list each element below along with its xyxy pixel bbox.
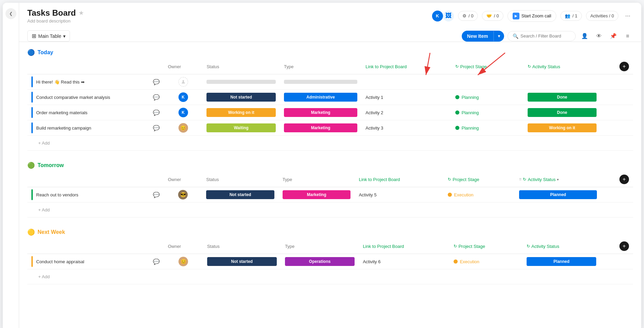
activity-status-badge[interactable]: Done — [528, 108, 597, 117]
pin-button[interactable]: 📌 — [608, 31, 619, 42]
board-subtitle[interactable]: Add board description — [27, 18, 84, 24]
add-item-button-tomorrow[interactable]: + Add — [31, 205, 629, 215]
activity-status-badge[interactable]: Done — [528, 93, 597, 102]
status-badge[interactable]: Not started — [206, 93, 276, 102]
status-badge[interactable]: Waiting — [206, 123, 276, 132]
new-item-button[interactable]: New Item ▾ — [462, 31, 504, 42]
add-item-button[interactable]: + Add — [31, 138, 629, 148]
type-cell[interactable]: Marketing — [280, 120, 361, 136]
activity-status-cell[interactable]: Done — [524, 105, 601, 120]
share-button[interactable]: 🤝 / 0 — [482, 11, 503, 21]
col-header-add[interactable]: + — [600, 239, 633, 254]
comment-icon[interactable]: 💬 — [153, 192, 160, 198]
table-row: Conduct home appraisal 💬 😊 Not started — [27, 254, 633, 269]
status-cell[interactable]: Waiting — [202, 120, 280, 136]
section-next-week-toggle[interactable]: 🟡 — [27, 228, 35, 236]
status-cell[interactable]: Not started — [203, 254, 281, 269]
board-avatar[interactable]: 🖼 — [443, 11, 454, 21]
status-cell[interactable]: Not started — [202, 187, 278, 203]
automation-icon: ⚙ — [462, 13, 467, 18]
status-cell[interactable] — [202, 74, 280, 90]
link-cell[interactable]: Activity 5 — [355, 187, 444, 203]
add-column-button-tomorrow[interactable]: + — [619, 175, 629, 184]
type-badge[interactable]: Marketing — [284, 108, 357, 117]
task-name[interactable]: Reach out to vendors — [36, 192, 149, 197]
activity-status-cell[interactable]: Planned — [523, 254, 600, 269]
activity-status-badge[interactable]: Working on it — [528, 123, 597, 132]
activity-status-badge[interactable]: Planned — [527, 257, 596, 266]
share-count: / 0 — [494, 13, 499, 18]
automation-button[interactable]: ⚙ / 0 — [458, 11, 478, 21]
people-count: / 1 — [572, 13, 577, 18]
link-cell[interactable]: Activity 3 — [361, 120, 451, 136]
type-badge[interactable]: Marketing — [283, 190, 351, 199]
type-cell[interactable]: Administrative — [280, 90, 361, 105]
type-badge[interactable] — [284, 80, 357, 84]
type-cell[interactable]: Marketing — [280, 105, 361, 120]
task-name-cell: Conduct comparative market analysis 💬 — [27, 90, 164, 105]
sidebar-toggle-button[interactable]: ❮ — [5, 8, 16, 19]
activities-label: Activities / 0 — [590, 13, 614, 18]
type-badge[interactable]: Operations — [285, 257, 355, 266]
type-badge[interactable]: Marketing — [284, 123, 357, 132]
type-cell[interactable]: Marketing — [278, 187, 355, 203]
link-value: Activity 6 — [363, 259, 381, 264]
add-column-button[interactable]: + — [619, 62, 629, 71]
link-cell[interactable]: Activity 6 — [359, 254, 449, 269]
zoom-call-button[interactable]: ▶ Start Zoom call — [507, 10, 556, 22]
activity-status-cell[interactable]: Done — [524, 90, 601, 105]
type-badge[interactable]: Administrative — [284, 93, 357, 102]
owner-cell: 😎 — [164, 187, 202, 203]
activity-status-badge[interactable]: Planned — [519, 190, 597, 199]
add-row[interactable]: + Add — [27, 136, 633, 151]
type-cell[interactable]: Operations — [281, 254, 359, 269]
search-input-field[interactable] — [520, 33, 571, 39]
activity-status-cell[interactable]: Planned — [515, 187, 601, 203]
status-badge[interactable]: Working on it — [206, 108, 276, 117]
new-item-dropdown-arrow[interactable]: ▾ — [493, 31, 504, 41]
comment-icon[interactable]: 💬 — [153, 125, 160, 131]
add-column-button-next-week[interactable]: + — [619, 241, 629, 251]
owner-cell: K — [164, 90, 202, 105]
comment-icon[interactable]: 💬 — [153, 258, 160, 265]
add-item-button-next-week[interactable]: + Add — [31, 271, 629, 282]
comment-icon[interactable]: 💬 — [153, 109, 160, 116]
hide-button[interactable]: 👁 — [593, 31, 604, 42]
status-cell[interactable]: Working on it — [202, 105, 280, 120]
star-icon[interactable]: ★ — [78, 9, 84, 17]
link-cell[interactable]: Activity 1 — [361, 90, 451, 105]
section-tomorrow-toggle[interactable]: 🟢 — [27, 162, 35, 169]
task-name[interactable]: Conduct comparative market analysis — [36, 95, 149, 100]
extra-cell — [601, 105, 633, 120]
col-header-add[interactable]: + — [601, 59, 633, 74]
task-name[interactable]: Build remarketing campaign — [36, 125, 149, 131]
section-today-toggle[interactable]: 🔵 — [27, 49, 35, 56]
status-cell[interactable]: Not started — [202, 90, 280, 105]
zoom-label: Start Zoom call — [521, 13, 551, 18]
main-table-button[interactable]: ⊞ Main Table ▾ — [27, 30, 70, 42]
more-options-button[interactable]: ··· — [622, 10, 633, 21]
status-badge[interactable]: Not started — [207, 257, 277, 266]
comment-icon[interactable]: 💬 — [153, 79, 160, 85]
section-today-header: 🔵 Today — [27, 49, 633, 56]
col-header-add[interactable]: + — [601, 172, 633, 187]
status-badge[interactable] — [206, 80, 276, 84]
task-name[interactable]: Order marketing materials — [36, 110, 149, 115]
type-cell[interactable] — [280, 74, 361, 90]
add-row[interactable]: + Add — [27, 203, 633, 218]
person-filter-button[interactable]: 👤 — [579, 31, 590, 42]
stage-refresh-icon: ↻ — [454, 244, 457, 249]
status-badge[interactable]: Not started — [206, 190, 274, 199]
activity-status-cell[interactable]: Working on it — [524, 120, 601, 136]
activities-button[interactable]: Activities / 0 — [586, 11, 618, 21]
filter-button[interactable]: ≡ — [622, 31, 633, 42]
people-button[interactable]: 👥 / 1 — [560, 11, 582, 21]
col-header-link: Link to Project Board — [361, 59, 451, 74]
task-name[interactable]: Conduct home appraisal — [36, 259, 149, 264]
add-row[interactable]: + Add — [27, 269, 633, 284]
user-avatar-k[interactable]: K — [432, 11, 443, 21]
link-cell[interactable]: Activity 2 — [361, 105, 451, 120]
share-icon: 🤝 — [486, 13, 492, 18]
comment-icon[interactable]: 💬 — [153, 94, 160, 101]
task-name[interactable]: Hi there! 👋 Read this ➡ — [36, 79, 149, 85]
